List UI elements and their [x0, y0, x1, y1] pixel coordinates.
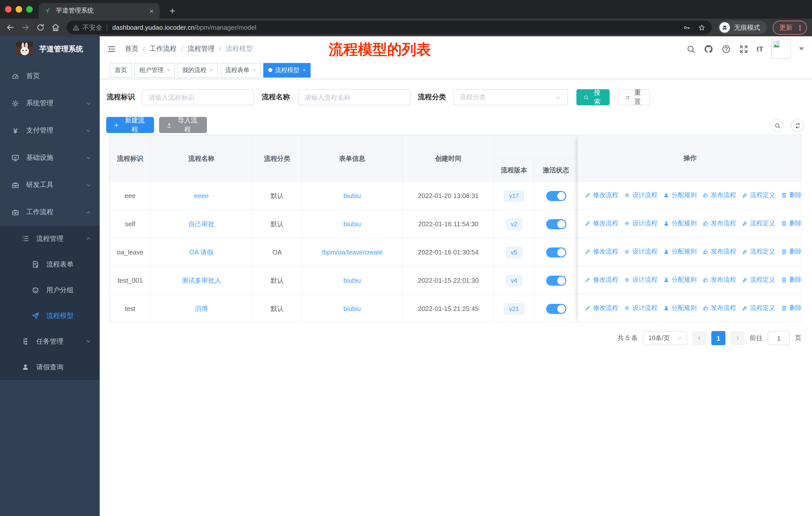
process-name-link[interactable]: OA 请假 [189, 248, 213, 256]
next-page-button[interactable] [730, 331, 745, 345]
close-window-button[interactable] [5, 6, 11, 12]
action-assign-user-link[interactable]: 分配规则 [663, 247, 697, 256]
action-assign-user-link[interactable]: 分配规则 [663, 276, 697, 284]
sidebar-item-process-model[interactable]: 流程模型 [0, 303, 100, 329]
action-assign-user-link[interactable]: 分配规则 [663, 191, 697, 199]
active-toggle[interactable] [546, 191, 566, 201]
browser-tab[interactable]: 芋道管理系统 × [39, 3, 160, 19]
process-key-input[interactable] [142, 89, 254, 105]
user-avatar[interactable] [771, 39, 791, 59]
tab-my-process[interactable]: 我的流程× [177, 63, 218, 77]
breadcrumb-item[interactable]: 工作流程 [149, 44, 177, 53]
action-trash-link[interactable]: 删除 [781, 304, 802, 313]
form-info-link[interactable]: biubiu [343, 305, 361, 313]
active-toggle[interactable] [546, 247, 566, 257]
tab-process-form[interactable]: 流程表单× [220, 63, 261, 77]
reset-button[interactable]: 重置 [618, 89, 650, 105]
action-trash-link[interactable]: 删除 [781, 191, 802, 199]
new-tab-button[interactable]: + [166, 4, 179, 17]
action-design-gear-link[interactable]: 设计流程 [624, 191, 658, 199]
sidebar-item-workflow[interactable]: 工作流程 [0, 198, 100, 226]
action-definition-pen-link[interactable]: 流程定义 [742, 191, 775, 199]
action-edit-link[interactable]: 修改流程 [584, 247, 618, 256]
action-definition-pen-link[interactable]: 流程定义 [742, 304, 775, 313]
sidebar-item-dev-tools[interactable]: 研发工具 [0, 171, 100, 198]
sidebar-item-process-form[interactable]: 流程表单 [0, 251, 100, 277]
sidebar-item-task-manage[interactable]: 任务管理 [0, 329, 100, 354]
home-icon[interactable] [51, 23, 60, 32]
close-tab-icon[interactable]: × [303, 67, 306, 73]
breadcrumb-item[interactable]: 首页 [125, 44, 139, 53]
action-definition-pen-link[interactable]: 流程定义 [742, 276, 775, 284]
forward-icon[interactable] [21, 23, 30, 32]
sidebar-item-leave-query[interactable]: 请假查询 [0, 354, 100, 380]
action-definition-pen-link[interactable]: 流程定义 [742, 247, 775, 256]
action-trash-link[interactable]: 删除 [781, 276, 802, 284]
browser-update-button[interactable]: 更新 ⋮ [773, 20, 807, 34]
process-name-input[interactable] [298, 89, 410, 105]
sidebar-item-infra[interactable]: 基础设施 [0, 144, 100, 171]
back-icon[interactable] [5, 23, 15, 32]
tab-process-model[interactable]: 流程模型× [263, 63, 311, 77]
sidebar-item-system[interactable]: 系统管理 [0, 90, 100, 117]
active-toggle[interactable] [546, 219, 566, 229]
action-edit-link[interactable]: 修改流程 [584, 304, 618, 313]
refresh-table-button[interactable] [791, 119, 804, 132]
goto-page-input[interactable] [768, 331, 790, 345]
zoom-window-button[interactable] [26, 6, 33, 12]
action-assign-user-link[interactable]: 分配规则 [663, 219, 697, 228]
process-name-link[interactable]: 测试多审批人 [182, 276, 221, 284]
action-publish-hand-link[interactable]: 发布流程 [702, 247, 736, 256]
page-size-select[interactable]: 10条/页 [643, 331, 687, 345]
process-category-select[interactable]: 流程分类 [453, 89, 568, 105]
address-bar[interactable]: 不安全 dashboard.yudao.iocoder.cn /bpm/mana… [66, 21, 712, 34]
fullscreen-icon[interactable] [739, 44, 749, 54]
close-tab-icon[interactable]: × [253, 67, 256, 73]
action-edit-link[interactable]: 修改流程 [584, 219, 618, 228]
close-tab-icon[interactable]: × [148, 7, 154, 15]
import-process-button[interactable]: 导入流程 [159, 117, 207, 133]
github-icon[interactable] [704, 44, 713, 54]
form-info-link[interactable]: biubiu [343, 220, 361, 228]
action-publish-hand-link[interactable]: 发布流程 [702, 219, 736, 228]
action-design-gear-link[interactable]: 设计流程 [624, 304, 658, 313]
sidebar-item-payment[interactable]: ¥支付管理 [0, 117, 100, 144]
action-design-gear-link[interactable]: 设计流程 [624, 247, 658, 256]
active-toggle[interactable] [546, 304, 566, 314]
toggle-search-button[interactable] [771, 119, 784, 132]
sidebar-item-user-group[interactable]: 用户分组 [0, 277, 100, 303]
action-edit-link[interactable]: 修改流程 [584, 191, 618, 199]
action-trash-link[interactable]: 删除 [781, 247, 802, 256]
action-design-gear-link[interactable]: 设计流程 [624, 219, 658, 228]
sidebar-item-home[interactable]: 首页 [0, 62, 100, 90]
sidebar-logo[interactable]: 芋道管理系统 [0, 36, 100, 61]
search-icon[interactable] [686, 44, 696, 54]
action-assign-user-link[interactable]: 分配规则 [663, 304, 697, 313]
tab-tenant[interactable]: 租户管理× [135, 63, 175, 77]
collapse-sidebar-icon[interactable] [107, 44, 116, 54]
form-info-link[interactable]: biubiu [343, 277, 361, 284]
tab-home[interactable]: 首页 [110, 63, 132, 77]
help-question-icon[interactable] [721, 44, 731, 54]
bookmark-star-icon[interactable] [698, 23, 706, 31]
action-design-gear-link[interactable]: 设计流程 [624, 276, 658, 284]
action-definition-pen-link[interactable]: 流程定义 [742, 219, 775, 228]
password-key-icon[interactable] [683, 23, 691, 31]
form-info-link[interactable]: /bpm/oa/leave/create [322, 248, 383, 256]
search-button[interactable]: 搜索 [576, 89, 610, 105]
sidebar-item-process-manage[interactable]: 流程管理 [0, 226, 100, 251]
action-edit-link[interactable]: 修改流程 [584, 276, 618, 284]
action-publish-hand-link[interactable]: 发布流程 [702, 304, 736, 313]
browser-menu-icon[interactable]: ⋮ [796, 23, 804, 31]
breadcrumb-item[interactable]: 流程管理 [187, 44, 215, 53]
prev-page-button[interactable] [692, 331, 706, 345]
process-name-link[interactable]: 滔博 [195, 305, 208, 312]
process-name-link[interactable]: eeee [194, 192, 209, 199]
page-number-button[interactable]: 1 [711, 331, 725, 345]
active-toggle[interactable] [546, 275, 566, 286]
reload-icon[interactable] [36, 23, 45, 32]
action-publish-hand-link[interactable]: 发布流程 [702, 191, 736, 199]
minimize-window-button[interactable] [16, 6, 22, 12]
process-name-link[interactable]: 自己审批 [188, 220, 214, 227]
close-tab-icon[interactable]: × [167, 67, 170, 73]
